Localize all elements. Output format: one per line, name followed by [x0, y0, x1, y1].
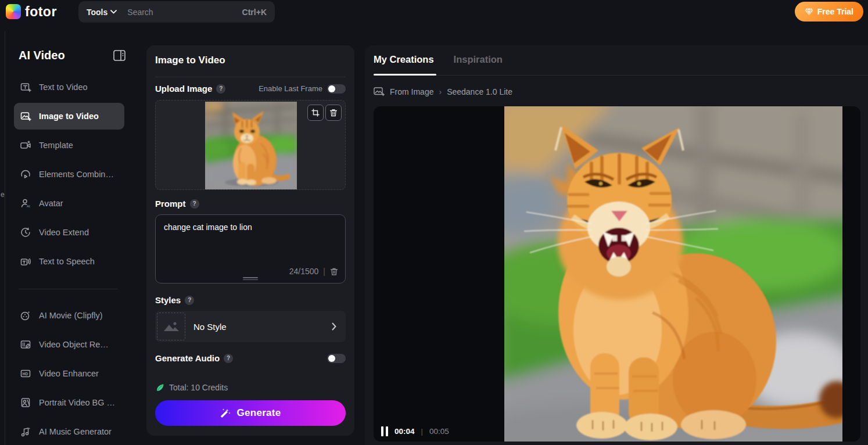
- text-to-speech-icon: [20, 256, 31, 267]
- fotor-logo[interactable]: fotor: [6, 4, 57, 20]
- sidebar-item-label: Text to Speech: [39, 257, 95, 266]
- toggle-knob: [328, 85, 335, 92]
- creations-panel: My Creations Inspiration From Image › Se…: [365, 45, 868, 445]
- generated-lion-video-frame: [504, 106, 842, 442]
- breadcrumb-separator: ›: [439, 87, 442, 96]
- collapse-panel-icon[interactable]: [113, 50, 125, 61]
- tab-my-creations[interactable]: My Creations: [374, 54, 434, 65]
- sidebar-item-label: Portrait Video BG …: [39, 398, 115, 407]
- sidebar-item-label: AI Music Generator: [39, 427, 112, 436]
- text-to-video-icon: [20, 81, 31, 93]
- free-trial-button[interactable]: Free Trial: [795, 2, 863, 21]
- sidebar-item-video-object-remove[interactable]: Video Object Re…: [14, 331, 124, 358]
- sidebar-item-text-to-video[interactable]: Text to Video: [14, 74, 124, 101]
- crop-image-button[interactable]: [307, 105, 324, 121]
- sidebar-item-label: Avatar: [39, 199, 63, 208]
- fotor-wordmark: fotor: [25, 4, 57, 20]
- sidebar-title: AI Video: [19, 49, 65, 62]
- sidebar-item-video-enhancer[interactable]: HD Video Enhancer: [14, 360, 124, 387]
- char-counter: 24/1500: [289, 267, 319, 276]
- svg-text:HD: HD: [23, 372, 28, 376]
- clear-prompt-trash-icon[interactable]: [330, 267, 338, 276]
- sidebar-item-label: Video Extend: [39, 228, 89, 237]
- sidebar-item-template[interactable]: Template: [14, 132, 124, 159]
- enable-last-frame-toggle[interactable]: [327, 84, 346, 94]
- portrait-video-bg-icon: [20, 397, 31, 408]
- credits-text: Total: 10 Credits: [169, 383, 228, 392]
- breadcrumb: From Image › Seedance 1.0 Lite: [374, 87, 512, 96]
- generate-button[interactable]: Generate: [155, 400, 346, 426]
- trash-icon: [329, 109, 338, 117]
- chevron-down-icon: [110, 10, 117, 14]
- selected-style-name: No Style: [193, 322, 227, 332]
- active-tab-underline: [374, 74, 436, 76]
- help-icon[interactable]: ?: [224, 354, 233, 363]
- sidebar-item-label: Template: [39, 141, 73, 150]
- time-separator: |: [421, 427, 423, 436]
- video-player[interactable]: 00:04 | 00:05: [374, 106, 860, 442]
- upload-image-label: Upload Image: [155, 84, 212, 94]
- sidebar: AI Video Text to Video Image to Video Te…: [5, 35, 134, 445]
- image-placeholder-icon: [163, 320, 180, 333]
- sidebar-item-label: Video Object Re…: [39, 340, 109, 349]
- help-icon[interactable]: ?: [190, 199, 199, 209]
- pause-button[interactable]: [381, 426, 388, 436]
- sidebar-item-avatar[interactable]: AI Avatar: [14, 190, 124, 217]
- sidebar-item-label: Video Enhancer: [39, 369, 99, 378]
- breadcrumb-from-image[interactable]: From Image: [390, 87, 433, 96]
- video-extend-icon: [20, 227, 31, 238]
- search-input[interactable]: Search: [127, 8, 153, 17]
- sidebar-item-portrait-video-bg[interactable]: Portrait Video BG …: [14, 389, 124, 416]
- sidebar-item-ai-movie[interactable]: AI Movie (Clipfly): [14, 302, 124, 329]
- counter-separator: |: [323, 267, 325, 276]
- svg-text:AI: AI: [27, 204, 30, 208]
- sidebar-item-ai-music-generator[interactable]: AI Music Generator: [14, 418, 124, 445]
- delete-image-button[interactable]: [325, 105, 342, 121]
- image-to-video-panel: Image to Video Upload Image ? Enable Las…: [146, 45, 354, 436]
- avatar-icon: AI: [20, 198, 31, 209]
- magic-wand-icon: [220, 408, 231, 419]
- fotor-logo-icon: [6, 4, 21, 19]
- free-trial-label: Free Trial: [817, 7, 853, 16]
- enable-last-frame-label: Enable Last Frame: [259, 84, 322, 93]
- help-icon[interactable]: ?: [216, 84, 225, 94]
- panel-divider: [155, 77, 346, 77]
- gem-icon: [805, 8, 813, 16]
- clipped-edge-text: e: [1, 191, 5, 199]
- help-icon[interactable]: ?: [185, 296, 194, 305]
- sidebar-item-elements-combine[interactable]: Elements Combin…: [14, 161, 124, 188]
- tools-dropdown[interactable]: Tools: [87, 8, 107, 17]
- style-selector[interactable]: No Style: [155, 311, 346, 342]
- sidebar-item-video-extend[interactable]: Video Extend: [14, 219, 124, 246]
- sidebar-item-label: Text to Video: [39, 82, 88, 92]
- duration: 00:05: [429, 427, 449, 436]
- video-enhancer-icon: HD: [20, 368, 31, 379]
- breadcrumb-model: Seedance 1.0 Lite: [447, 87, 512, 96]
- video-object-remove-icon: [20, 339, 31, 350]
- search-shortcut: Ctrl+K: [242, 8, 267, 17]
- sidebar-item-image-to-video[interactable]: Image to Video: [14, 103, 124, 130]
- ai-music-icon: [20, 426, 31, 437]
- sidebar-item-label: AI Movie (Clipfly): [39, 311, 103, 320]
- sidebar-item-label: Image to Video: [39, 112, 99, 121]
- sidebar-item-label: Elements Combin…: [39, 170, 114, 179]
- from-image-icon: [374, 87, 385, 96]
- uploaded-image-preview[interactable]: [155, 100, 346, 190]
- sidebar-divider: [19, 289, 117, 289]
- sidebar-item-text-to-speech[interactable]: Text to Speech: [14, 248, 124, 275]
- uploaded-cat-image: [205, 102, 297, 189]
- topbar: fotor Tools Search Ctrl+K Free Trial: [0, 0, 868, 23]
- textarea-resize-handle[interactable]: [243, 276, 258, 281]
- prompt-label: Prompt: [155, 199, 186, 209]
- tab-inspiration[interactable]: Inspiration: [454, 54, 503, 65]
- styles-label: Styles: [155, 295, 181, 305]
- prompt-textarea[interactable]: change cat image to lion 24/1500 |: [155, 214, 346, 283]
- generate-audio-toggle[interactable]: [327, 354, 346, 363]
- no-style-thumbnail: [157, 313, 185, 340]
- panel-title: Image to Video: [155, 55, 225, 66]
- image-to-video-icon: [20, 110, 31, 122]
- ai-movie-icon: [20, 310, 31, 321]
- search-bar[interactable]: Tools Search Ctrl+K: [78, 1, 275, 23]
- elements-combine-icon: [20, 168, 31, 180]
- generate-audio-label: Generate Audio: [155, 353, 220, 363]
